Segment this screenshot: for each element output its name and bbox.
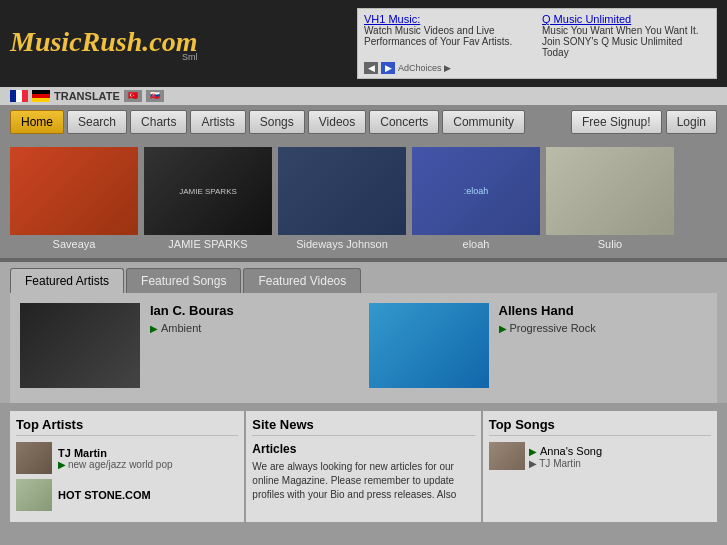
list-item: HOT STONE.COM: [16, 479, 238, 511]
nav-community[interactable]: Community: [442, 110, 525, 134]
artist-thumb-sideways[interactable]: Sideways Johnson: [278, 147, 406, 250]
artist-mini-name-tj[interactable]: TJ Martin: [58, 447, 173, 459]
tab-featured-songs[interactable]: Featured Songs: [126, 268, 241, 293]
artist-image-eloah: :eloah: [412, 147, 540, 235]
translate-label: TRANSLATE: [54, 90, 120, 102]
free-signup-button[interactable]: Free Signup!: [571, 110, 662, 134]
ad-prev-icon[interactable]: ◀: [364, 62, 378, 74]
ad-right-text: Music You Want When You Want It. Join SO…: [542, 25, 699, 58]
top-artists-title: Top Artists: [16, 417, 238, 436]
translate-bar: TRANSLATE 🇹🇷 🇸🇰: [0, 87, 727, 105]
artist-thumb-sulio[interactable]: Sulio: [546, 147, 674, 250]
ad-right-link[interactable]: Q Music Unlimited: [542, 13, 631, 25]
nav-charts[interactable]: Charts: [130, 110, 187, 134]
top-songs-title: Top Songs: [489, 417, 711, 436]
tabs-section: Featured Artists Featured Songs Featured…: [0, 262, 727, 403]
artist-thumb-saveaya[interactable]: Saveaya: [10, 147, 138, 250]
articles-text: We are always looking for new articles f…: [252, 460, 474, 502]
artist-thumb-jamie[interactable]: JAMIE SPARKS JAMIE SPARKS: [144, 147, 272, 250]
song-artist-row: ▶ TJ Martin: [529, 458, 602, 469]
featured-card-ian: Ian C. Bouras ▶ Ambient: [20, 303, 359, 393]
tab-featured-artists[interactable]: Featured Artists: [10, 268, 124, 293]
play-icon: ▶: [529, 446, 537, 457]
nav-concerts[interactable]: Concerts: [369, 110, 439, 134]
site-news-column: Site News Articles We are always looking…: [246, 411, 480, 522]
song-mini-image: [489, 442, 525, 470]
artist-name-eloah: eloah: [463, 238, 490, 250]
song-info: ▶ Anna's Song ▶ TJ Martin: [529, 444, 602, 469]
artist-mini-info-tj: TJ Martin ▶ new age/jazz world pop: [58, 447, 173, 470]
ad-choices-label: AdChoices ▶: [398, 62, 451, 74]
ad-navigation: ◀ ▶ AdChoices ▶: [364, 62, 710, 74]
genre-arrow-icon: ▶: [150, 323, 158, 334]
bottom-grid: Top Artists TJ Martin ▶ new age/jazz wor…: [0, 403, 727, 530]
song-name[interactable]: Anna's Song: [540, 445, 602, 457]
login-button[interactable]: Login: [666, 110, 717, 134]
logo-area: MusicRush.com Sml: [10, 26, 198, 62]
artist-image-sideways: [278, 147, 406, 235]
tab-bar: Featured Artists Featured Songs Featured…: [10, 262, 717, 293]
flag-other-1-icon[interactable]: 🇹🇷: [124, 90, 142, 102]
tab-featured-videos[interactable]: Featured Videos: [243, 268, 361, 293]
featured-artist-image-allens: [369, 303, 489, 388]
featured-artist-genre-ian: ▶ Ambient: [150, 322, 234, 334]
top-artists-column: Top Artists TJ Martin ▶ new age/jazz wor…: [10, 411, 244, 522]
ad-left-text: Watch Music Videos and Live Performances…: [364, 25, 512, 47]
header: MusicRush.com Sml VH1 Music: Watch Music…: [0, 0, 727, 87]
artist-image-saveaya: [10, 147, 138, 235]
featured-artist-genre-label-allens: Progressive Rock: [510, 322, 596, 334]
nav-videos[interactable]: Videos: [308, 110, 366, 134]
featured-artist-genre-label-ian: Ambient: [161, 322, 201, 334]
song-artist-icon: ▶: [529, 458, 537, 469]
list-item: ▶ Anna's Song ▶ TJ Martin: [489, 442, 711, 470]
featured-card-allens: Allens Hand ▶ Progressive Rock: [369, 303, 708, 393]
featured-artist-name-ian[interactable]: Ian C. Bouras: [150, 303, 234, 318]
ad-left-link[interactable]: VH1 Music:: [364, 13, 420, 25]
artist-name-sideways: Sideways Johnson: [296, 238, 388, 250]
featured-artist-image-ian: [20, 303, 140, 388]
tab-content: Ian C. Bouras ▶ Ambient Allens Hand ▶ Pr…: [10, 293, 717, 403]
flag-germany-icon[interactable]: [32, 90, 50, 102]
nav-left: Home Search Charts Artists Songs Videos …: [10, 110, 525, 134]
nav-search[interactable]: Search: [67, 110, 127, 134]
artist-name-sulio: Sulio: [598, 238, 622, 250]
artist-mini-image-hotstone: [16, 479, 52, 511]
artist-name-saveaya: Saveaya: [53, 238, 96, 250]
artist-mini-genre-tj: ▶ new age/jazz world pop: [58, 459, 173, 470]
ad-right: Q Music Unlimited Music You Want When Yo…: [542, 13, 710, 58]
artist-mini-name-hotstone[interactable]: HOT STONE.COM: [58, 489, 151, 501]
artist-image-jamie: JAMIE SPARKS: [144, 147, 272, 235]
featured-artist-info-allens: Allens Hand ▶ Progressive Rock: [499, 303, 596, 334]
featured-artist-info-ian: Ian C. Bouras ▶ Ambient: [150, 303, 234, 334]
articles-title: Articles: [252, 442, 474, 456]
featured-artist-name-allens[interactable]: Allens Hand: [499, 303, 596, 318]
artist-image-sulio: [546, 147, 674, 235]
featured-artist-genre-allens: ▶ Progressive Rock: [499, 322, 596, 334]
nav-artists[interactable]: Artists: [190, 110, 245, 134]
flag-other-2-icon[interactable]: 🇸🇰: [146, 90, 164, 102]
artist-thumb-eloah[interactable]: :eloah eloah: [412, 147, 540, 250]
site-news-title: Site News: [252, 417, 474, 436]
ad-banner: VH1 Music: Watch Music Videos and Live P…: [357, 8, 717, 79]
featured-strip-inner: Saveaya JAMIE SPARKS JAMIE SPARKS Sidewa…: [10, 147, 717, 250]
flag-france-icon[interactable]: [10, 90, 28, 102]
artist-mini-info-hotstone: HOT STONE.COM: [58, 489, 151, 501]
ad-left: VH1 Music: Watch Music Videos and Live P…: [364, 13, 532, 58]
nav-right: Free Signup! Login: [571, 110, 717, 134]
genre-arrow-icon-3: ▶: [58, 459, 66, 470]
articles-section: Articles We are always looking for new a…: [252, 442, 474, 502]
nav-home[interactable]: Home: [10, 110, 64, 134]
ad-next-icon[interactable]: ▶: [381, 62, 395, 74]
artist-name-jamie: JAMIE SPARKS: [168, 238, 247, 250]
artist-mini-image-tj: [16, 442, 52, 474]
genre-arrow-icon-2: ▶: [499, 323, 507, 334]
song-artist-name: TJ Martin: [539, 458, 581, 469]
nav-songs[interactable]: Songs: [249, 110, 305, 134]
logo[interactable]: MusicRush.com: [10, 26, 198, 57]
navigation: Home Search Charts Artists Songs Videos …: [0, 105, 727, 139]
top-songs-column: Top Songs ▶ Anna's Song ▶ TJ Martin: [483, 411, 717, 522]
list-item: TJ Martin ▶ new age/jazz world pop: [16, 442, 238, 474]
featured-artists-strip: Saveaya JAMIE SPARKS JAMIE SPARKS Sidewa…: [0, 139, 727, 258]
song-title-row: ▶ Anna's Song: [529, 444, 602, 458]
